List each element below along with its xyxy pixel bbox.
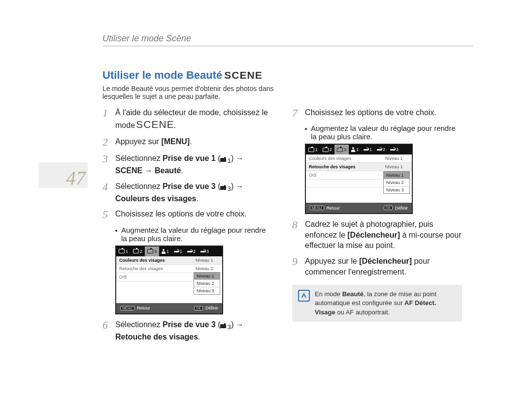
step-8: 8 Cadrez le sujet à photographier, puis … — [292, 219, 462, 251]
step-number: 8 — [292, 219, 300, 251]
camera-icon — [119, 249, 125, 253]
popup-option: Niveau 2 — [194, 280, 220, 287]
menu-chip: MENU — [120, 306, 134, 310]
scene-mode-label: SCENE — [225, 70, 263, 81]
step-number: 6 — [102, 319, 110, 342]
scene-mode-label: SCENE — [136, 118, 175, 131]
camera-tab: 1 — [171, 247, 185, 256]
camera-tab: 1 — [159, 247, 171, 256]
popup-option: Niveau 1 — [384, 172, 409, 179]
shutter-key-label: [Déclencheur] — [347, 231, 400, 239]
step-body: Sélectionnez Prise de vue 3 (3) → Retouc… — [115, 319, 272, 342]
camera-menu-body: Couleurs des visagesNiveau 1 Retouche de… — [306, 154, 412, 203]
step-body: Appuyez sur le [Déclencheur] pour commen… — [305, 256, 462, 277]
wrench-icon — [377, 147, 382, 152]
page-content: Utiliser le mode Beauté SCENE Le mode Be… — [102, 69, 462, 347]
popup-option: Niveau 3 — [384, 186, 409, 193]
svg-rect-3 — [224, 185, 226, 186]
page-header: Utiliser le mode Scène — [102, 33, 473, 46]
info-icon — [298, 290, 310, 302]
step-body: Sélectionnez Prise de vue 3 (3) → Couleu… — [115, 181, 272, 204]
section-description: Le mode Beauté vous permet d'obtenir des… — [102, 85, 282, 100]
section-title: Utiliser le mode Beauté SCENE — [102, 69, 462, 82]
step-body: Appuyez sur [MENU]. — [115, 136, 192, 148]
header-title: Utiliser le mode Scène — [102, 33, 191, 43]
person-icon — [162, 249, 166, 254]
popup-option: Niveau 1 — [194, 273, 220, 280]
step-number: 3 — [102, 153, 110, 176]
camera-icon — [133, 249, 139, 253]
left-column: 1 À l'aide du sélecteur de mode, choisis… — [102, 107, 272, 347]
menu-chip: MENU — [310, 206, 324, 210]
step-5: 5 Choisissez les options de votre choix. — [102, 209, 272, 220]
camera-icon — [147, 249, 153, 253]
camera-tab: 1 — [116, 247, 131, 256]
step-body: Choisissez les options de votre choix. — [115, 209, 247, 220]
step-6: 6 Sélectionnez Prise de vue 3 (3) → Reto… — [102, 319, 272, 342]
step-number: 5 — [102, 209, 110, 220]
ok-chip: OK — [384, 206, 393, 210]
person-icon — [351, 147, 355, 152]
step-body: Sélectionnez Prise de vue 1 (1) → SCENE … — [115, 153, 272, 176]
camera-tab: 2 — [320, 145, 334, 154]
camera-footer: MENURetour OKDéfinir — [306, 203, 412, 213]
step-9: 9 Appuyez sur le [Déclencheur] pour comm… — [292, 256, 462, 277]
note-box: En mode Beauté, la zone de mise au point… — [292, 285, 462, 322]
step-4: 4 Sélectionnez Prise de vue 3 (3) → Coul… — [102, 181, 272, 204]
camera-menu-row: Couleurs des visagesNiveau 1 — [116, 256, 222, 265]
camera-menu-screenshot-b: 1 2 3 1 1 2 3 Couleurs des visagesNiveau… — [305, 144, 413, 214]
camera-tab-selected: 3 — [145, 247, 159, 256]
camera-menu-row: Couleurs des visagesNiveau 1 — [306, 154, 412, 163]
wrench-icon — [390, 147, 395, 152]
camera-icon — [323, 148, 329, 152]
camera-tab: 2 — [131, 247, 145, 256]
wrench-icon — [364, 147, 368, 152]
wrench-icon — [200, 249, 205, 254]
camera-menu-screenshot-a: 1 2 3 1 1 2 3 Couleurs des visagesNiveau… — [115, 246, 223, 314]
camera-tab: 1 — [306, 145, 320, 154]
svg-rect-4 — [220, 324, 226, 328]
page-number: 47 — [66, 166, 86, 189]
camera-icon — [220, 320, 227, 331]
step-number: 2 — [102, 136, 110, 148]
camera-tab: 2 — [185, 247, 198, 256]
svg-rect-5 — [224, 323, 226, 324]
svg-rect-2 — [220, 186, 226, 190]
popup-option: Niveau 2 — [384, 179, 409, 186]
camera-icon — [220, 182, 227, 193]
camera-tab: 3 — [198, 247, 211, 256]
camera-icon — [308, 148, 314, 152]
step-7-bullet: Augmentez la valeur du réglage pour rend… — [305, 124, 462, 141]
menu-key-label: [MENU] — [161, 137, 190, 146]
right-column: 7 Choisissez les options de votre choix.… — [292, 107, 462, 347]
popup-option: Niveau 3 — [194, 287, 220, 294]
camera-tab: 2 — [374, 145, 388, 154]
camera-tab: 3 — [388, 145, 401, 154]
step-2: 2 Appuyez sur [MENU]. — [102, 136, 272, 148]
step-5-bullet: Augmentez la valeur du réglage pour rend… — [115, 226, 272, 243]
camera-tab: 1 — [349, 145, 361, 154]
wrench-icon — [174, 249, 179, 254]
step-1: 1 À l'aide du sélecteur de mode, choisis… — [102, 107, 272, 131]
step-body: Choisissez les options de votre choix. — [305, 107, 436, 119]
camera-tab-row: 1 2 3 1 1 2 3 — [306, 145, 412, 154]
camera-menu-row: Retouche des visagesNiveau 1 — [306, 163, 412, 171]
svg-rect-0 — [220, 158, 226, 162]
bullet-dot-icon — [115, 230, 117, 232]
camera-tab-row: 1 2 3 1 1 2 3 — [116, 247, 222, 256]
note-text: En mode Beauté, la zone de mise au point… — [315, 290, 456, 317]
step-3: 3 Sélectionnez Prise de vue 1 (1) → SCEN… — [102, 153, 272, 176]
camera-icon — [220, 154, 227, 165]
bullet-dot-icon — [305, 128, 307, 130]
camera-tab-selected: 3 — [334, 145, 349, 154]
step-number: 7 — [292, 107, 300, 119]
step-body: À l'aide du sélecteur de mode, choisisse… — [115, 107, 272, 131]
step-number: 9 — [292, 256, 300, 277]
camera-footer: MENURetour OKDéfinir — [116, 303, 222, 313]
step-7: 7 Choisissez les options de votre choix. — [292, 107, 462, 119]
camera-tab: 1 — [361, 145, 374, 154]
camera-icon — [337, 148, 343, 152]
svg-rect-1 — [224, 157, 226, 158]
wrench-icon — [187, 249, 192, 254]
step-number: 4 — [102, 181, 110, 204]
